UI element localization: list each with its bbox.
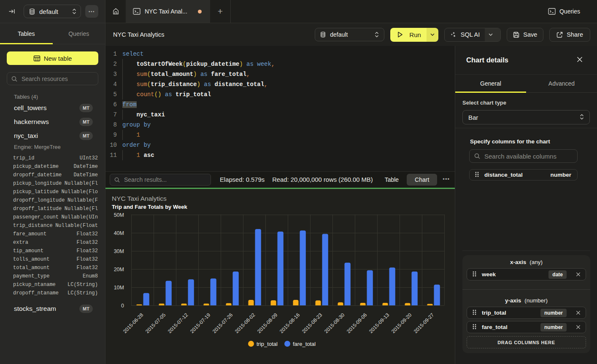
svg-text:0: 0 bbox=[121, 303, 124, 309]
svg-text:2015-09-27: 2015-09-27 bbox=[413, 312, 435, 334]
svg-text:2015-07-19: 2015-07-19 bbox=[189, 312, 212, 334]
svg-text:2015-08-16: 2015-08-16 bbox=[278, 312, 301, 334]
svg-text:2015-08-23: 2015-08-23 bbox=[301, 312, 324, 334]
svg-text:2015-07-12: 2015-07-12 bbox=[167, 312, 189, 334]
svg-text:40M: 40M bbox=[114, 230, 124, 236]
svg-text:2015-07-26: 2015-07-26 bbox=[211, 312, 234, 334]
svg-text:2015-08-09: 2015-08-09 bbox=[256, 312, 279, 334]
svg-text:2015-08-02: 2015-08-02 bbox=[234, 312, 257, 334]
svg-text:NYC Taxi Analytics: NYC Taxi Analytics bbox=[112, 195, 167, 202]
svg-text:20M: 20M bbox=[114, 267, 124, 272]
svg-text:10M: 10M bbox=[114, 285, 124, 291]
svg-text:2015-09-13: 2015-09-13 bbox=[368, 312, 391, 334]
svg-text:2015-09-06: 2015-09-06 bbox=[346, 312, 368, 334]
svg-text:trip_total: trip_total bbox=[257, 341, 278, 347]
svg-text:2015-09-20: 2015-09-20 bbox=[390, 312, 413, 334]
svg-text:Trip and Fare Totals by Week: Trip and Fare Totals by Week bbox=[112, 204, 187, 210]
svg-text:30M: 30M bbox=[114, 248, 124, 254]
svg-text:2015-08-30: 2015-08-30 bbox=[323, 312, 346, 334]
svg-text:fare_total: fare_total bbox=[293, 341, 316, 347]
svg-text:2015-06-28: 2015-06-28 bbox=[122, 312, 145, 334]
svg-text:50M: 50M bbox=[114, 212, 124, 218]
svg-text:2015-07-05: 2015-07-05 bbox=[144, 312, 167, 334]
